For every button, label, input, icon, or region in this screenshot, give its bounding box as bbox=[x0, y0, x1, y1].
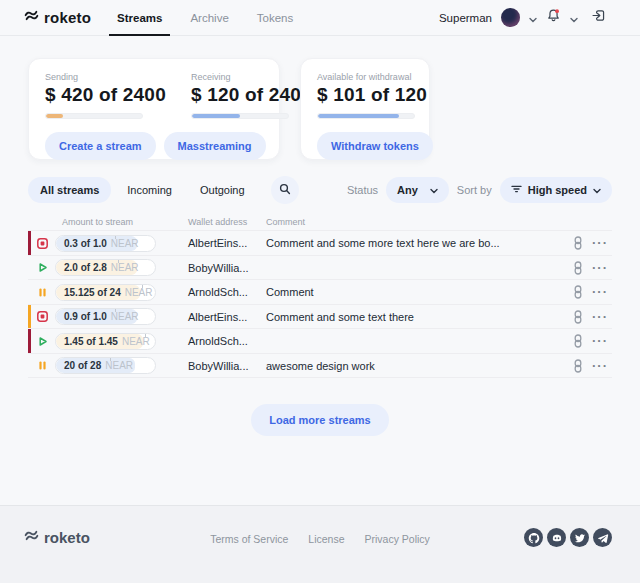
github-link[interactable] bbox=[524, 528, 543, 547]
row-menu-button[interactable]: ··· bbox=[592, 236, 608, 249]
withdrawal-amount: $ 101 of 120 bbox=[317, 84, 413, 106]
wallet-address: BobyWillia... bbox=[188, 262, 249, 274]
amount-progress-chip: 15.125 of 24 NEAR bbox=[55, 284, 156, 301]
row-menu-button[interactable]: ··· bbox=[592, 261, 608, 274]
github-icon bbox=[528, 532, 540, 544]
sending-progress-bar bbox=[45, 113, 143, 119]
chevron-down-icon bbox=[593, 184, 601, 196]
copy-link-button[interactable] bbox=[572, 310, 584, 328]
amount-value: 15.125 of 24 bbox=[64, 287, 121, 298]
pause-icon bbox=[37, 287, 48, 298]
copy-link-button[interactable] bbox=[572, 334, 584, 352]
link-icon bbox=[572, 359, 584, 373]
stream-list: 0.3 of 1.0 NEAR AlbertEins... Comment an… bbox=[28, 230, 612, 378]
chevron-down-icon bbox=[529, 9, 537, 27]
stream-row[interactable]: 2.0 of 2.8 NEAR BobyWillia... ··· bbox=[28, 256, 612, 281]
amount-value: 2.0 of 2.8 bbox=[64, 262, 107, 273]
link-icon bbox=[572, 334, 584, 348]
copy-link-button[interactable] bbox=[572, 285, 584, 303]
amount-value: 0.3 of 1.0 bbox=[64, 238, 107, 249]
amount-progress-chip: 0.3 of 1.0 NEAR bbox=[55, 235, 156, 252]
wallet-address: ArnoldSch... bbox=[188, 286, 248, 298]
license-link[interactable]: License bbox=[308, 533, 344, 545]
terms-of-service-link[interactable]: Terms of Service bbox=[210, 533, 288, 545]
link-icon bbox=[572, 261, 584, 275]
sort-lines-icon bbox=[511, 184, 522, 196]
withdrawal-label: Available for withdrawal bbox=[317, 72, 413, 82]
discord-link[interactable] bbox=[547, 528, 566, 547]
header-right: Superman bbox=[439, 8, 606, 27]
stream-status-icon bbox=[37, 238, 48, 249]
status-label: Status bbox=[347, 184, 378, 196]
tab-archive[interactable]: Archive bbox=[190, 0, 228, 36]
link-icon bbox=[572, 310, 584, 324]
stream-comment: Comment and some text there bbox=[266, 311, 414, 323]
receiving-progress-bar bbox=[191, 113, 289, 119]
tab-tokens[interactable]: Tokens bbox=[257, 0, 293, 36]
sort-dropdown[interactable]: High speed bbox=[500, 177, 612, 203]
amount-value: 1.45 of 1.45 bbox=[64, 336, 118, 347]
row-menu-button[interactable]: ··· bbox=[592, 359, 608, 372]
stream-row[interactable]: 15.125 of 24 NEAR ArnoldSch... Comment ·… bbox=[28, 280, 612, 305]
stream-status-icon bbox=[37, 336, 48, 347]
user-name: Superman bbox=[439, 12, 492, 24]
status-dropdown[interactable]: Any bbox=[386, 177, 449, 203]
column-header-amount: Amount to stream bbox=[62, 217, 133, 227]
stream-row[interactable]: 0.9 of 1.0 NEAR AlbertEins... Comment an… bbox=[28, 305, 612, 330]
search-button[interactable] bbox=[271, 176, 299, 204]
create-stream-button[interactable]: Create a stream bbox=[45, 132, 156, 160]
filters-bar: All streams Incoming Outgoing Status Any… bbox=[28, 176, 612, 204]
twitter-icon bbox=[574, 532, 586, 544]
load-more-button[interactable]: Load more streams bbox=[251, 404, 388, 436]
wallet-address: AlbertEins... bbox=[188, 311, 247, 323]
stream-row[interactable]: 20 of 28 NEAR BobyWillia... awesome desi… bbox=[28, 354, 612, 379]
sending-amount: $ 420 of 2400 bbox=[45, 84, 166, 106]
avatar[interactable] bbox=[501, 8, 520, 27]
copy-link-button[interactable] bbox=[572, 359, 584, 377]
notifications-menu-button[interactable] bbox=[570, 9, 578, 27]
row-menu-button[interactable]: ··· bbox=[592, 310, 608, 323]
link-icon bbox=[572, 236, 584, 250]
roketo-logo-icon bbox=[24, 8, 39, 27]
row-accent-stripe bbox=[28, 305, 31, 329]
main-nav: Streams Archive Tokens bbox=[117, 0, 293, 36]
streams-summary-card: Sending $ 420 of 2400 Receiving $ 120 of… bbox=[28, 58, 280, 160]
row-menu-button[interactable]: ··· bbox=[592, 334, 608, 347]
bell-icon bbox=[546, 8, 561, 27]
filter-tab-incoming[interactable]: Incoming bbox=[115, 177, 184, 203]
link-icon bbox=[572, 285, 584, 299]
stop-icon bbox=[37, 238, 48, 249]
amount-value: 20 of 28 bbox=[64, 360, 101, 371]
copy-link-button[interactable] bbox=[572, 236, 584, 254]
wallet-address: BobyWillia... bbox=[188, 360, 249, 372]
stream-row[interactable]: 0.3 of 1.0 NEAR AlbertEins... Comment an… bbox=[28, 231, 612, 256]
row-menu-button[interactable]: ··· bbox=[592, 285, 608, 298]
receiving-amount: $ 120 of 240 bbox=[191, 84, 301, 106]
pause-icon bbox=[37, 360, 48, 371]
column-header-comment: Comment bbox=[266, 217, 305, 227]
footer: roketo Terms of Service License Privacy … bbox=[0, 505, 640, 583]
filter-tab-all-streams[interactable]: All streams bbox=[28, 177, 111, 203]
copy-link-button[interactable] bbox=[572, 261, 584, 279]
twitter-link[interactable] bbox=[570, 528, 589, 547]
telegram-link[interactable] bbox=[593, 528, 612, 547]
chevron-down-icon bbox=[570, 9, 578, 27]
chevron-down-icon bbox=[430, 184, 438, 196]
account-menu-button[interactable] bbox=[529, 9, 537, 27]
withdraw-tokens-button[interactable]: Withdraw tokens bbox=[317, 132, 433, 160]
amount-progress-chip: 20 of 28 NEAR bbox=[55, 357, 156, 374]
privacy-policy-link[interactable]: Privacy Policy bbox=[365, 533, 430, 545]
stream-row[interactable]: 1.45 of 1.45 NEAR ArnoldSch... ··· bbox=[28, 329, 612, 354]
stream-comment: awesome design work bbox=[266, 360, 375, 372]
stream-status-icon bbox=[37, 311, 48, 322]
notifications-button[interactable] bbox=[546, 8, 561, 27]
tab-streams[interactable]: Streams bbox=[117, 0, 162, 36]
sign-out-button[interactable] bbox=[591, 8, 606, 27]
stop-icon bbox=[37, 311, 48, 322]
stream-status-icon bbox=[37, 287, 48, 298]
filter-tab-outgoing[interactable]: Outgoing bbox=[188, 177, 257, 203]
app-logo[interactable]: roketo bbox=[24, 8, 91, 27]
token-label: NEAR bbox=[122, 336, 150, 347]
masstreaming-button[interactable]: Masstreaming bbox=[164, 132, 266, 160]
sign-out-icon bbox=[591, 8, 606, 27]
